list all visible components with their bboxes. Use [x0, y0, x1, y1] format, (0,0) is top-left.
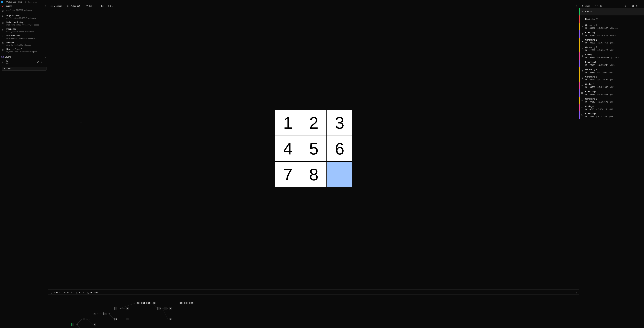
layer-item[interactable]: ≡ Tile Trace	[0, 59, 48, 65]
mode-dropdown[interactable]: Tile	[85, 4, 96, 7]
step-item[interactable]: 11 Expanding 4 f0.653578 g0.495427 pId2	[579, 89, 644, 97]
tree-node-id: 11	[126, 318, 129, 320]
add-layer-button[interactable]: Layer	[2, 67, 46, 71]
step-item[interactable]: 1 Destination 25	[579, 15, 644, 23]
step-meta: f0.165572 g0.582127 pIdnull	[585, 27, 643, 29]
layer-more-button[interactable]	[44, 60, 46, 64]
step-item[interactable]: 6 Closing 1 f0.492609 g0.0603113 pIdnull	[579, 52, 644, 60]
more-vertical-icon	[575, 5, 578, 7]
step-item[interactable]: 13 Closing 4 f0.68793 g0.678225 pId2	[579, 104, 644, 111]
tree-mode-dropdown[interactable]: Tile	[63, 291, 74, 294]
step-item[interactable]: 2 Generating 1 f0.165572 g0.582127 pIdnu…	[579, 23, 644, 30]
step-item[interactable]: 0 Source 1	[579, 8, 644, 15]
step-item[interactable]: 14 Expanding 6 f0.53847 g0.732847 pId4	[579, 111, 644, 119]
tree-view-dropdown[interactable]: Tree	[50, 291, 61, 294]
recipe-item[interactable]: New York Astar new-york-astar-884b232b.w…	[0, 33, 48, 40]
recipe-icon	[2, 21, 5, 24]
steps-more-button[interactable]	[640, 4, 643, 7]
menu-workspace[interactable]: Workspace	[6, 1, 16, 3]
recipes-more-button[interactable]	[44, 4, 47, 7]
skip-to-end-button[interactable]	[631, 4, 634, 7]
step-item[interactable]: 9 Generating 5 f0.334589 g0.729135 pId2	[579, 74, 644, 82]
svg-point-87	[641, 5, 641, 5]
recipes-title[interactable]: Recipes	[5, 5, 12, 7]
recipe-item[interactable]: Nine Tile nine-tile-61e0ba80.workspace	[0, 40, 48, 47]
tree-node[interactable]: 6 ›	[184, 302, 188, 304]
renderer-dropdown[interactable]: Auto (Pixi)	[66, 4, 83, 7]
recipe-name: Nine Tile	[6, 41, 31, 44]
tree-node[interactable]: 22	[190, 302, 194, 304]
tree-node-id: 2	[83, 318, 85, 320]
tree-node[interactable]: 14 ›	[142, 302, 146, 304]
command-search[interactable]: Commands	[25, 1, 37, 3]
recipe-item[interactable]: Rayscan Arena 2 rayscan-arena2-402c92de.…	[0, 47, 48, 54]
chevron-right-icon: ›	[78, 324, 79, 325]
step-back-button[interactable]	[620, 4, 624, 7]
recipe-item[interactable]: Mapf Sortation mapf-sortation-36b460a3.w…	[0, 13, 48, 20]
step-item[interactable]: 7 Expanding 2 f0.879944 g0.662947 pId1	[579, 60, 644, 67]
recipe-icon	[2, 35, 5, 38]
tree-node[interactable]: 1 26 ›	[71, 323, 79, 326]
step-item[interactable]: 10 Closing 2 f0.933508 g0.242002 pId1	[579, 82, 644, 89]
svg-point-38	[45, 57, 46, 57]
tree-node[interactable]: 5	[93, 323, 96, 326]
fit-button[interactable]: Fit	[97, 4, 104, 7]
tree-node[interactable]: 11	[125, 318, 129, 321]
recipe-item[interactable]: Moonglade moonglade-767d89ce.workspace	[0, 27, 48, 33]
tree-node[interactable]: 13 ›	[152, 302, 157, 304]
svg-point-57	[51, 292, 51, 292]
stop-button[interactable]	[635, 4, 638, 7]
svg-point-12	[2, 15, 3, 16]
step-item[interactable]: 4 Generating 2 f0.534285 g0.617753 pId1	[579, 37, 644, 45]
tree-node[interactable]: 16	[157, 307, 161, 310]
tree-node[interactable]: 18	[168, 307, 172, 310]
step-forward-button[interactable]	[628, 4, 631, 7]
tree-node[interactable]: 19	[168, 318, 172, 321]
chevron-down-icon[interactable]	[13, 5, 14, 7]
tree-node[interactable]: 4 22 ›	[93, 313, 100, 315]
tree-node[interactable]: 13	[136, 302, 140, 304]
tree-more-button[interactable]	[575, 291, 578, 294]
recipe-item[interactable]: Melbourne Routing melbourne-routing-f36e…	[0, 20, 48, 27]
svg-marker-83	[625, 5, 626, 7]
step-item[interactable]: 5 Generating 3 f0.322721 g0.820226 pId1	[579, 45, 644, 52]
viewport-canvas[interactable]: + 12345678	[48, 8, 579, 290]
delete-layer-button[interactable]	[40, 60, 43, 64]
svg-point-16	[2, 22, 3, 23]
layers-more-button[interactable]	[44, 55, 47, 58]
tree-canvas[interactable]: 1 26 › 2 24 › 5 4 22 › 6 21 › 3 7 19 › 1…	[48, 295, 579, 328]
step-item[interactable]: 8 Generating 4 f0.730471 g0.75441 pId2	[579, 67, 644, 74]
steps-dropdown[interactable]: Steps	[581, 4, 593, 7]
layers-title[interactable]: Layers	[5, 56, 11, 58]
play-button[interactable]	[624, 4, 627, 7]
scale-button[interactable]: 1:1	[106, 4, 113, 7]
step-index: 11	[580, 89, 584, 97]
step-title: Expanding 1	[585, 31, 643, 34]
tree-node[interactable]: 14	[146, 302, 150, 304]
tree-node[interactable]: 7 19 ›	[114, 307, 122, 310]
tree-node[interactable]: 21	[179, 302, 183, 304]
step-item[interactable]: 3 Expanding 1 f0.252174 g0.509215 pIdnul…	[579, 30, 644, 37]
tree-node[interactable]: 10	[125, 307, 129, 310]
viewport-more-button[interactable]	[575, 4, 578, 7]
menu-help[interactable]: Help	[18, 1, 22, 3]
tree-node[interactable]: 2 24 ›	[82, 318, 90, 321]
steps-mode-dropdown[interactable]: Tile	[595, 4, 605, 7]
app-logo[interactable]	[1, 1, 3, 3]
step-index: 4	[580, 37, 584, 45]
more-vertical-icon	[44, 61, 46, 63]
tree-visibility-dropdown[interactable]: All	[75, 291, 85, 294]
tree-node[interactable]: 6 21 ›	[104, 313, 111, 315]
recipe-name: Melbourne Routing	[6, 21, 39, 23]
viewport-dropdown[interactable]: Viewport	[50, 4, 65, 7]
drag-handle-icon[interactable]: ≡	[2, 61, 3, 63]
edit-layer-button[interactable]	[36, 60, 39, 64]
tree-panel: Tree Tile All Horizo	[48, 290, 579, 328]
tree-node[interactable]: 8	[114, 318, 118, 321]
tree-orientation-dropdown[interactable]: Horizontal	[86, 291, 103, 294]
chevron-down-icon[interactable]	[12, 56, 14, 58]
step-title: Generating 2	[585, 39, 643, 41]
tree-node[interactable]: 11 ›	[163, 307, 168, 310]
step-item[interactable]: 12 Generating 6 f0.907213 g0.293573 pId4	[579, 97, 644, 104]
recipe-item[interactable]: mapf-large-6fbf5547.workspace	[0, 8, 48, 13]
